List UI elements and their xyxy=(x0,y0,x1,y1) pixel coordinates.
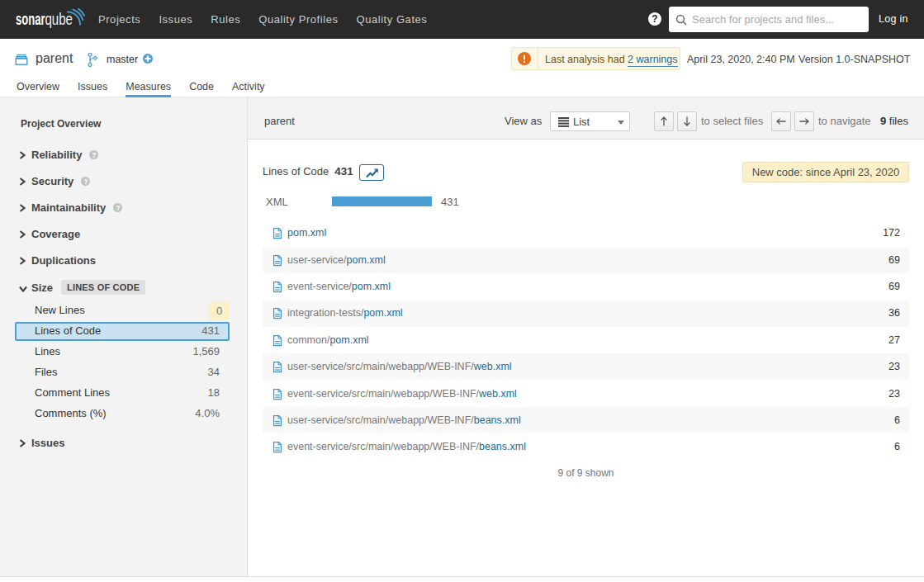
svg-text:sonar: sonar xyxy=(16,10,45,28)
